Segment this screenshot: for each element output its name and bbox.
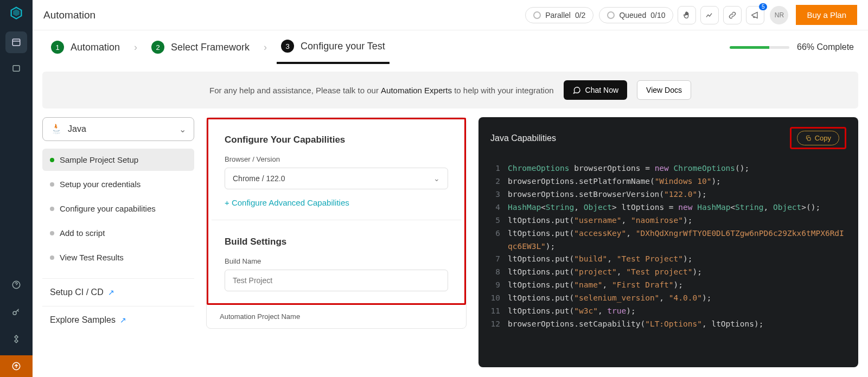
rail-item-upgrade[interactable] [0, 355, 33, 377]
dot-icon [50, 182, 54, 187]
parallel-pill[interactable]: Parallel 0/2 [525, 7, 593, 23]
stepper: 1 Automation › 2 Select Framework › 3 Co… [33, 30, 868, 64]
help-banner: For any help and assistance, Please talk… [42, 72, 858, 108]
highlight-frame: Copy [790, 127, 846, 149]
code-line: 4HashMap<String, Object> ltOptions = new… [489, 201, 847, 214]
queued-count: 0/10 [650, 11, 665, 20]
steps-list: Sample Project Setup Setup your credenti… [42, 149, 194, 269]
chevron-down-icon: ⌄ [433, 174, 440, 183]
chevron-down-icon: ⌄ [179, 124, 186, 135]
code-body[interactable]: 1ChromeOptions browserOptions = new Chro… [478, 159, 858, 367]
project-name-label: Automation Project Name [220, 312, 453, 321]
sidebar-item-credentials[interactable]: Setup your credentials [42, 173, 194, 195]
diamond-icon [11, 334, 21, 344]
copy-button[interactable]: Copy [797, 131, 839, 145]
code-text: ltOptions.put("selenium_version", "4.0.0… [508, 292, 711, 305]
logo-icon [9, 5, 24, 21]
line-number: 7 [489, 253, 508, 266]
line-number: 8 [489, 266, 508, 279]
help-text: For any help and assistance, Please talk… [209, 86, 554, 95]
code-line: 11ltOptions.put("w3c", true); [489, 305, 847, 318]
left-rail [0, 0, 33, 377]
queued-pill[interactable]: Queued 0/10 [599, 7, 673, 23]
avatar[interactable]: NR [770, 6, 788, 24]
code-line: 10ltOptions.put("selenium_version", "4.0… [489, 292, 847, 305]
step-label: Automation [71, 42, 120, 53]
sidebar-item-add-script[interactable]: Add to script [42, 222, 194, 244]
help-icon [11, 280, 21, 290]
chat-now-button[interactable]: Chat Now [564, 80, 627, 100]
dot-icon [50, 207, 54, 211]
toolbar-icon-1[interactable] [678, 6, 696, 24]
browser-select[interactable]: Chrome / 122.0 ⌄ [225, 168, 448, 189]
build-name-input[interactable] [225, 270, 448, 291]
language-select[interactable]: Java ⌄ [42, 117, 194, 141]
queued-label: Queued [619, 11, 646, 20]
circle-icon [533, 11, 541, 19]
step-label: Select Framework [171, 42, 250, 53]
code-text: browserOptions.setPlatformName("Windows … [508, 175, 721, 188]
svg-point-3 [13, 311, 16, 315]
notification-badge: 5 [759, 3, 768, 10]
code-text: browserOptions.setBrowserVersion("122.0"… [508, 188, 707, 201]
external-link-icon: ↗ [108, 288, 114, 297]
browser-label: Browser / Version [225, 155, 448, 163]
code-text: ltOptions.put("accessKey", "DXhQdXngrWfT… [508, 227, 847, 253]
analytics-icon [705, 11, 714, 20]
circle-icon [607, 11, 615, 19]
code-text: ltOptions.put("build", "Test Project"); [508, 253, 692, 266]
rail-item-help[interactable] [5, 274, 27, 296]
link-icon [728, 11, 737, 20]
up-arrow-icon [11, 361, 21, 371]
toolbar-notifications[interactable]: 5 [746, 6, 764, 24]
svg-rect-5 [807, 137, 810, 140]
line-number: 11 [489, 305, 508, 318]
page-title: Automation [43, 9, 95, 21]
code-line: 7ltOptions.put("build", "Test Project"); [489, 253, 847, 266]
step-framework[interactable]: 2 Select Framework [147, 30, 254, 64]
toolbar-icon-2[interactable] [700, 6, 719, 24]
chevron-right-icon: › [264, 42, 267, 53]
code-text: ChromeOptions browserOptions = new Chrom… [508, 162, 749, 175]
step-automation[interactable]: 1 Automation [47, 30, 124, 64]
code-text: ltOptions.put("name", "First Draft"); [508, 279, 683, 292]
chat-icon [572, 86, 581, 94]
key-icon [11, 307, 21, 317]
setup-ci-cd-link[interactable]: Setup CI / CD ↗ [42, 278, 194, 306]
line-number: 2 [489, 175, 508, 188]
chevron-right-icon: › [134, 42, 137, 53]
code-text: browserOptions.setCapability("LT:Options… [508, 318, 763, 331]
rail-item-panel[interactable] [5, 57, 27, 79]
code-line: 8ltOptions.put("project", "Test project"… [489, 266, 847, 279]
code-text: HashMap<String, Object> ltOptions = new … [508, 201, 820, 214]
explore-samples-link[interactable]: Explore Samples ↗ [42, 306, 194, 334]
sidebar-item-capabilities[interactable]: Configure your capabilities [42, 197, 194, 220]
sidebar-item-view-results[interactable]: View Test Results [42, 246, 194, 269]
step-configure[interactable]: 3 Configure your Test [277, 30, 390, 64]
sidebar-item-sample-setup[interactable]: Sample Project Setup [42, 149, 194, 171]
rail-item-dashboard[interactable] [5, 31, 27, 53]
dot-icon [50, 158, 54, 162]
topbar: Automation Parallel 0/2 Queued 0/10 5 NR… [33, 0, 868, 30]
code-text: ltOptions.put("w3c", true); [508, 305, 636, 318]
code-panel: Java Capabilities Copy 1ChromeOptions br… [478, 117, 858, 367]
parallel-label: Parallel [545, 11, 571, 20]
browser-value: Chrome / 122.0 [233, 174, 285, 183]
line-number: 12 [489, 318, 508, 331]
panel-icon [11, 63, 21, 73]
line-number: 6 [489, 227, 508, 253]
step-label: Configure your Test [301, 41, 385, 52]
buy-plan-button[interactable]: Buy a Plan [796, 5, 857, 25]
line-number: 1 [489, 162, 508, 175]
line-number: 4 [489, 201, 508, 214]
rail-item-settings[interactable] [5, 328, 27, 350]
rail-item-key[interactable] [5, 301, 27, 323]
line-number: 10 [489, 292, 508, 305]
toolbar-icon-3[interactable] [723, 6, 742, 24]
advanced-capabilities-link[interactable]: + Configure Advanced Capabilities [225, 198, 349, 207]
progress-bar [730, 46, 789, 49]
view-docs-button[interactable]: View Docs [637, 80, 691, 100]
svg-rect-0 [12, 39, 20, 46]
line-number: 9 [489, 279, 508, 292]
parallel-count: 0/2 [575, 11, 585, 20]
